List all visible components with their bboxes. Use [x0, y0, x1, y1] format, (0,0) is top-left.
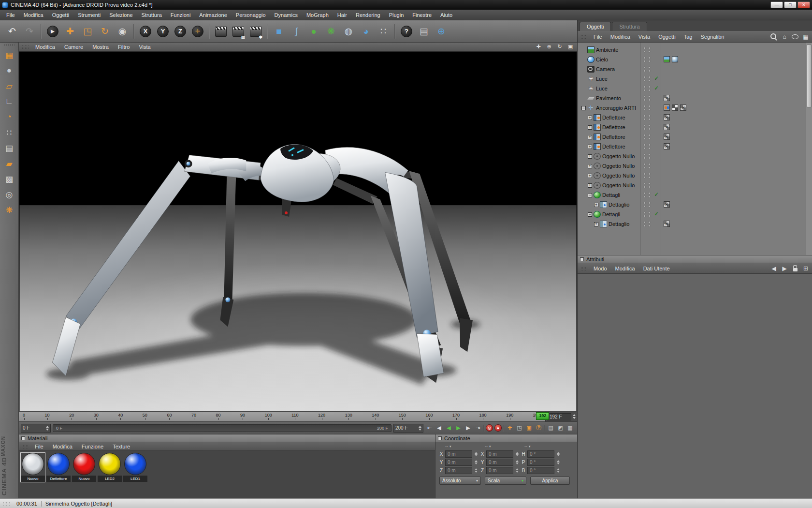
render-visibility-dots[interactable] [648, 66, 651, 72]
current-frame-marker[interactable]: 192 [536, 412, 549, 420]
editor-visibility-dots[interactable] [643, 182, 646, 188]
attributes-pin-checkbox[interactable] [580, 257, 584, 261]
object-manager-menu-item[interactable]: File [590, 34, 606, 40]
editor-visibility-dots[interactable] [643, 76, 646, 82]
search-icon[interactable] [770, 33, 777, 40]
model-mode[interactable]: ● [2, 64, 16, 77]
editor-visibility-dots[interactable] [643, 144, 646, 149]
object-label[interactable]: Dettagli [602, 192, 620, 198]
material-tile[interactable]: LED1 [123, 453, 147, 482]
coord-rotation-field[interactable]: 0 ° [527, 459, 554, 466]
toolbar-separator[interactable] [133, 24, 134, 39]
object-manager-menu-item[interactable]: Segnalibri [697, 34, 728, 40]
render-visibility-dots[interactable] [648, 192, 651, 198]
tree-row[interactable]: Ancoraggio ARTI [578, 103, 812, 113]
tree-row[interactable]: Deflettore [578, 113, 812, 122]
coord-size-field[interactable]: 0 m [486, 459, 513, 466]
uv-mode[interactable]: ◔ [2, 110, 16, 124]
key-rotation-toggle[interactable]: ▣ [525, 424, 533, 432]
key-pla-toggle[interactable]: ▤ [547, 424, 555, 432]
eye-icon[interactable] [792, 33, 798, 40]
object-label[interactable]: Oggetto Nullo [602, 163, 635, 169]
material-tile[interactable]: LED2 [98, 453, 122, 482]
editor-visibility-dots[interactable] [643, 211, 646, 217]
add-panel-icon[interactable]: ⊞ [802, 265, 809, 272]
coord-size-field[interactable]: 0 m [486, 450, 513, 458]
make-editable[interactable]: ▦ [2, 48, 16, 62]
texture-mode[interactable]: ▩ [2, 172, 16, 186]
toolbar-separator[interactable] [41, 24, 42, 39]
coordinate-scale-dropdown[interactable]: Scala ▾ [485, 477, 526, 485]
expander-icon[interactable] [588, 193, 592, 197]
render-visibility-dots[interactable] [648, 144, 651, 149]
render-visibility-dots[interactable] [648, 47, 651, 53]
restore-button[interactable]: □ [784, 1, 797, 8]
lock-z-axis[interactable]: Z [172, 22, 188, 41]
tree-row[interactable]: Luce [578, 74, 812, 84]
coord-position-field[interactable]: 0 m [445, 450, 472, 458]
menu-item[interactable]: Selezione [105, 11, 137, 19]
object-label[interactable]: Dettaglio [609, 202, 629, 208]
object-label[interactable]: Deflettore [602, 124, 625, 130]
viewport-menu-item[interactable]: Vista [135, 44, 154, 50]
help-button[interactable]: ? [398, 22, 415, 41]
editor-visibility-dots[interactable] [643, 105, 646, 111]
object-label[interactable]: Ancoraggio ARTI [596, 105, 636, 111]
object-label[interactable]: Camera [596, 66, 615, 72]
undo-button[interactable]: ↶ [4, 22, 20, 41]
materials-menu-grip[interactable] [21, 445, 28, 448]
coord-position-field[interactable]: 0 m [445, 459, 472, 466]
add-deformer[interactable]: ◍ [340, 22, 357, 41]
viewport-menu-item[interactable]: Camere [60, 44, 87, 50]
add-scene-object[interactable]: ◕ [358, 22, 374, 41]
object-label[interactable]: Deflettore [602, 115, 625, 120]
key-scale-toggle[interactable]: ◳ [515, 424, 523, 432]
menu-item[interactable]: Dynamics [270, 11, 302, 19]
tree-row[interactable]: Dettagli [578, 190, 812, 200]
menu-item[interactable]: File [2, 11, 19, 19]
attributes-menu-item[interactable]: Modifica [612, 266, 638, 271]
history-forward-icon[interactable]: ▶ [781, 265, 788, 272]
object-label[interactable]: Oggetto Nullo [602, 182, 635, 188]
menu-item[interactable]: Struttura [137, 11, 166, 19]
transport-separator[interactable] [503, 425, 504, 432]
render-visibility-dots[interactable] [648, 163, 651, 169]
pan-view-icon[interactable]: ✚ [535, 44, 542, 50]
rotate-view-icon[interactable]: ↻ [556, 44, 564, 50]
coord-spinner[interactable] [473, 452, 478, 456]
autokeying-toggle[interactable]: ● [494, 424, 502, 432]
prev-frame[interactable]: ◀ [435, 424, 443, 432]
materials-menu-item[interactable]: Modifica [49, 444, 76, 449]
editor-visibility-dots[interactable] [643, 134, 646, 140]
lock-icon[interactable] [792, 265, 798, 272]
expander-icon[interactable] [588, 174, 592, 178]
expander-icon[interactable] [581, 106, 586, 110]
enabled-check-icon[interactable] [653, 75, 660, 81]
range-end-spinner[interactable] [419, 426, 421, 431]
render-visibility-dots[interactable] [648, 95, 651, 101]
tag-icon[interactable] [664, 114, 670, 120]
editor-visibility-dots[interactable] [643, 192, 646, 198]
history-back-icon[interactable]: ◀ [770, 265, 777, 272]
manager-tab[interactable]: Oggetti [580, 22, 611, 31]
tag-icon[interactable] [672, 105, 678, 111]
tree-row[interactable]: Dettaglio [578, 200, 812, 209]
render-visibility-dots[interactable] [648, 153, 651, 159]
coord-spinner[interactable] [514, 468, 520, 473]
menu-item[interactable]: Oggetti [48, 11, 73, 19]
redo-button[interactable]: ↷ [21, 22, 38, 41]
viewport-menu-item[interactable]: Filtro [114, 44, 133, 50]
enabled-check-icon[interactable] [653, 85, 660, 91]
render-visibility-dots[interactable] [648, 221, 651, 227]
render-visibility-dots[interactable] [648, 124, 651, 130]
menu-item[interactable]: Finestre [408, 11, 436, 19]
attributes-menu-item[interactable]: Dati Utente [640, 266, 673, 271]
points-mode[interactable]: ∷ [2, 126, 16, 139]
toggle-view-icon[interactable]: ▣ [566, 44, 574, 50]
play-backward[interactable]: ◀ [445, 424, 453, 432]
range-start-spinner[interactable] [46, 426, 49, 431]
expander-icon[interactable] [588, 164, 592, 168]
tag-icon[interactable] [672, 56, 678, 62]
enabled-check-icon[interactable] [653, 210, 660, 217]
statusbar-grip[interactable] [3, 502, 10, 506]
